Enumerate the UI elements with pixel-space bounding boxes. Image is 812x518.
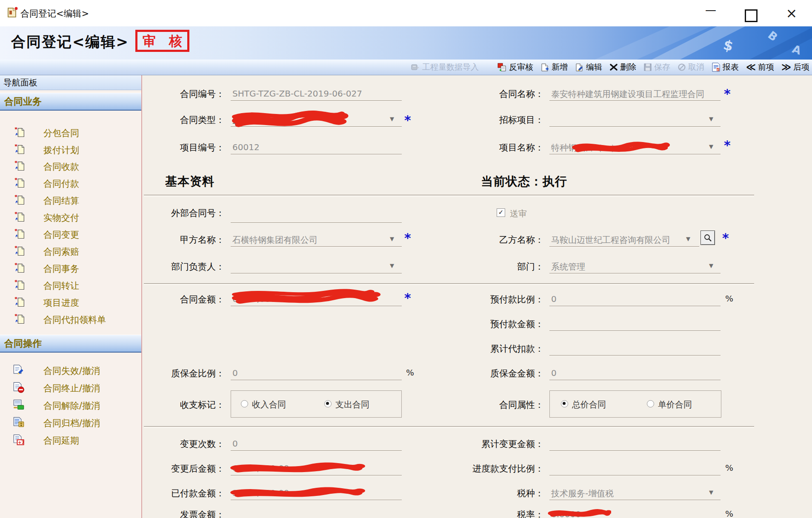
sidebar-item-contract-claim[interactable]: *合同索赔 — [0, 244, 141, 259]
field-underline — [231, 475, 402, 475]
attribute-label: 合同属性： — [443, 399, 544, 411]
sidebar-item-payment-plan[interactable]: *拨付计划 — [0, 142, 141, 157]
field-underline — [231, 222, 402, 223]
income-contract-radio[interactable] — [241, 400, 248, 407]
sidebar-item-contract-archive[interactable]: 合同归档/撤消 — [0, 415, 141, 430]
required-marker: * — [722, 232, 729, 245]
dropdown-icon[interactable]: ▼ — [390, 262, 394, 269]
project-name-field[interactable]: 特种钢项目（…） — [551, 142, 704, 154]
unit-price-radio[interactable] — [647, 400, 654, 407]
contract-name-field[interactable]: 泰安特种建筑用钢建设项目工程监理合同 — [551, 88, 718, 100]
sidebar-item-contract-receipt[interactable]: *合同收款 — [0, 159, 141, 174]
contract-no-field[interactable]: SHTG-TZG-ZB-CL-2019-06-027 — [232, 88, 400, 99]
paid-amount-field[interactable]: 3,915,000.00 — [232, 488, 377, 498]
sidebar-item-contract-release[interactable]: 合同解除/撤消 — [0, 398, 141, 413]
advance-ratio-label: 预付款比例： — [443, 293, 544, 305]
party-a-label: 甲方名称： — [145, 234, 225, 246]
advance-ratio-field[interactable]: 0 — [551, 294, 700, 304]
sidebar-item-subcontract[interactable]: *分包合同 — [0, 125, 141, 140]
dropdown-icon[interactable]: ▼ — [709, 262, 713, 269]
audit-stamp: 审 核 — [135, 30, 189, 52]
sidebar-item-contract-payment[interactable]: *合同付款 — [0, 176, 141, 191]
contract-doc-icon: * — [14, 279, 26, 293]
warranty-ratio-field[interactable]: 0 — [232, 368, 377, 378]
group-contract-operations[interactable]: 合同操作 — [0, 335, 141, 353]
contract-doc-icon: * — [14, 228, 26, 242]
party-a-field[interactable]: 石横特钢集团有限公司 — [232, 234, 381, 246]
sidebar-item-physical-delivery[interactable]: *实物交付 — [0, 210, 141, 225]
sidebar-item-contract-transfer[interactable]: *合同转让 — [0, 278, 141, 293]
svg-text:*: * — [14, 143, 17, 149]
dropdown-icon[interactable]: ▼ — [390, 116, 394, 122]
field-underline — [231, 380, 402, 380]
project-no-field[interactable]: 60012 — [232, 142, 400, 152]
import-quantity-data-button[interactable]: 工程量数据导入 — [411, 62, 479, 73]
tax-rate-field[interactable]: 6.0000 — [551, 509, 636, 518]
previous-icon: ≪ — [746, 63, 756, 71]
sidebar-item-contract-extend[interactable]: +7合同延期 — [0, 433, 141, 448]
expense-contract-radio[interactable] — [324, 400, 332, 407]
percent-sign: % — [725, 293, 733, 304]
previous-item-button[interactable]: ≪前项 — [746, 62, 774, 73]
save-button[interactable]: 保存 — [643, 62, 670, 73]
project-no-label: 项目编号： — [145, 142, 225, 154]
contract-doc-icon: * — [14, 177, 26, 191]
party-b-field[interactable]: 马鞍山迈世纪工程咨询有限公司 — [551, 234, 684, 246]
close-button[interactable]: × — [782, 5, 801, 21]
report-button[interactable]: 报表 — [712, 62, 739, 73]
unaudit-icon — [497, 63, 507, 72]
sidebar-item-contract-terminate[interactable]: 合同终止/撤消 — [0, 380, 141, 396]
next-item-button[interactable]: ≫后项 — [781, 62, 809, 73]
minimize-button[interactable]: — — [701, 3, 720, 16]
dropdown-icon[interactable]: ▼ — [390, 236, 394, 242]
expense-contract-label: 支出合同 — [335, 399, 369, 410]
amount-after-change-field[interactable]: 6,500,000.00 — [232, 463, 377, 473]
dropdown-icon[interactable]: ▼ — [686, 236, 690, 242]
tax-type-label: 税种： — [443, 487, 544, 499]
sidebar-item-contract-affairs[interactable]: *合同事务 — [0, 261, 141, 276]
field-underline — [549, 154, 721, 154]
dropdown-icon[interactable]: ▼ — [709, 489, 713, 495]
tax-type-field[interactable]: 技术服务-增值税 — [551, 488, 700, 499]
svg-text:*: * — [14, 160, 17, 166]
sidebar-item-contract-settlement[interactable]: *合同结算 — [0, 193, 141, 208]
lump-sum-radio[interactable] — [561, 400, 568, 407]
lookup-button[interactable] — [700, 231, 715, 245]
sidebar-item-withhold-material-slip[interactable]: *合同代扣领料单 — [0, 312, 141, 327]
send-audit-checkbox[interactable]: ✓ — [497, 208, 505, 217]
contract-type-field[interactable]: 监理合同 — [232, 114, 381, 126]
contract-doc-icon: * — [14, 126, 26, 140]
field-underline — [549, 355, 721, 356]
maximize-button[interactable] — [745, 9, 758, 22]
sidebar-item-contract-change[interactable]: *合同变更 — [0, 227, 141, 242]
io-flag-label: 收支标记： — [145, 399, 225, 411]
lump-sum-label: 总价合同 — [572, 399, 606, 410]
group-contract-business[interactable]: 合同业务 — [0, 93, 141, 111]
withhold-total-label: 累计代扣款： — [443, 343, 544, 355]
warranty-amount-field[interactable]: 0 — [551, 368, 700, 378]
toolbar: 工程量数据导入 反审核 新增 编辑 删除 保存 — [0, 60, 812, 75]
add-button[interactable]: 新增 — [540, 62, 568, 73]
delete-button[interactable]: 删除 — [609, 62, 636, 73]
department-field[interactable]: 系统管理 — [551, 261, 700, 273]
field-underline — [231, 126, 402, 127]
cancel-button[interactable]: 取消 — [678, 62, 704, 73]
paid-amount-label: 已付款金额： — [145, 487, 225, 499]
banner-letter-a-glyph: A — [791, 43, 803, 57]
field-underline — [549, 246, 699, 247]
contract-amount-field[interactable]: 6,300,000.00 — [232, 294, 377, 304]
sidebar-item-project-progress[interactable]: *项目进度 — [0, 295, 141, 310]
sidebar-item-contract-invalidate[interactable]: 合同失效/撤消 — [0, 363, 141, 378]
edit-button[interactable]: 编辑 — [575, 62, 602, 73]
dropdown-icon[interactable]: ▼ — [709, 116, 713, 122]
unaudit-button[interactable]: 反审核 — [497, 62, 533, 73]
change-count-field[interactable]: 0 — [232, 438, 377, 449]
dropdown-icon[interactable]: ▼ — [709, 143, 713, 150]
required-marker: * — [724, 139, 731, 152]
banner-decoration — [706, 26, 812, 60]
warranty-amount-label: 质保金金额： — [443, 367, 544, 379]
field-underline — [231, 246, 402, 247]
field-underline — [549, 273, 721, 273]
amount-after-change-label: 变更后金额： — [145, 463, 225, 475]
contract-no-label: 合同编号： — [145, 88, 225, 100]
